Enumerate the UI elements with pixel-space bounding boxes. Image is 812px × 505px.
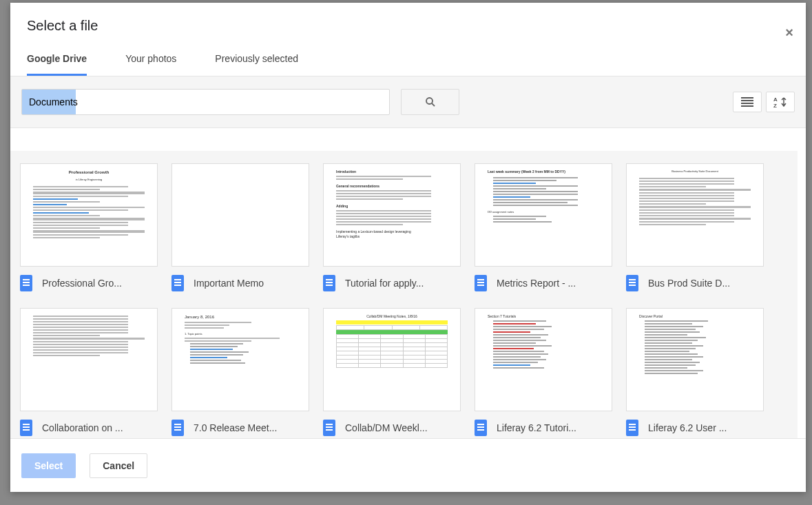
svg-line-1 [431,103,434,106]
gdoc-icon [323,275,335,291]
file-name: Tutorial for apply... [345,278,424,289]
gdoc-icon [475,275,487,291]
select-button[interactable]: Select [21,453,76,478]
file-item[interactable]: Professional Growth in Liferay Engineeri… [20,163,158,291]
modal-title: Select a file [27,18,789,34]
gdoc-icon [20,275,32,291]
gdoc-icon [171,275,184,291]
tab-bar: Google Drive Your photos Previously sele… [27,53,789,76]
file-grid-container[interactable]: Professional Growth in Liferay Engineeri… [10,151,798,438]
gdoc-icon [475,420,487,436]
svg-rect-4 [741,103,753,104]
file-thumbnail: Section 7 Tutorials [475,308,612,411]
gdoc-icon [20,420,32,436]
file-item[interactable]: Collab/DM Meeting Notes, 1/8/16 [323,308,461,436]
file-item[interactable]: Important Memo [171,163,309,291]
file-thumbnail: Discover Portal [626,308,764,411]
svg-point-0 [426,98,433,104]
modal-footer: Select Cancel [10,438,806,492]
file-name: Liferay 6.2 User ... [648,422,727,433]
gdoc-icon [171,420,184,436]
list-view-button[interactable] [733,92,762,112]
gdoc-icon [323,420,335,436]
file-name: 7.0 Release Meet... [194,422,277,433]
file-item[interactable]: Section 7 Tutorials [475,308,612,436]
file-item[interactable]: Business Productivity Suite Document [626,163,764,291]
file-item[interactable]: Last week summary (Week 2 from MM to DDY… [475,163,612,291]
list-icon [741,97,753,107]
file-picker-modal: × Select a file Google Drive Your photos… [10,3,806,492]
search-icon [424,96,437,108]
file-item[interactable]: Introduction General recommendations Add… [323,163,461,291]
modal-header: Select a file Google Drive Your photos P… [10,3,806,76]
file-thumbnail: Last week summary (Week 2 from MM to DDY… [475,163,612,267]
gdoc-icon [626,420,638,436]
file-thumbnail: Professional Growth in Liferay Engineeri… [20,163,158,267]
cancel-button[interactable]: Cancel [90,453,147,478]
search-input[interactable] [21,89,390,115]
svg-text:A: A [773,96,778,103]
sort-az-icon: AZ [773,96,787,108]
file-name: Collaboration on ... [42,422,123,433]
tab-google-drive[interactable]: Google Drive [27,53,87,76]
file-grid: Professional Growth in Liferay Engineeri… [20,163,788,436]
file-name: Collab/DM Weekl... [345,422,428,433]
sort-button[interactable]: AZ [766,92,795,112]
file-name: Important Memo [194,278,264,289]
file-thumbnail: Collab/DM Meeting Notes, 1/8/16 [323,308,461,411]
search-button[interactable] [401,89,459,115]
svg-text:Z: Z [773,103,777,108]
file-thumbnail [20,308,158,411]
gdoc-icon [626,275,638,291]
file-thumbnail: January 8, 2016 1. Topic points [171,308,309,411]
file-item[interactable]: January 8, 2016 1. Topic points [171,308,309,436]
file-thumbnail [171,163,309,267]
file-item[interactable]: Collaboration on ... [20,308,158,436]
file-item[interactable]: Discover Portal [626,308,764,436]
file-name: Bus Prod Suite D... [648,278,730,289]
tab-previously-selected[interactable]: Previously selected [215,53,298,76]
file-thumbnail: Introduction General recommendations Add… [323,163,461,267]
tab-your-photos[interactable]: Your photos [125,53,176,76]
file-name: Liferay 6.2 Tutori... [497,422,576,433]
toolbar: AZ [10,76,806,128]
svg-rect-2 [741,97,753,99]
close-icon[interactable]: × [785,25,793,41]
file-name: Professional Gro... [42,278,122,289]
file-thumbnail: Business Productivity Suite Document [626,163,764,267]
svg-rect-5 [741,105,753,107]
svg-rect-3 [741,100,753,101]
file-name: Metrics Report - ... [497,278,576,289]
